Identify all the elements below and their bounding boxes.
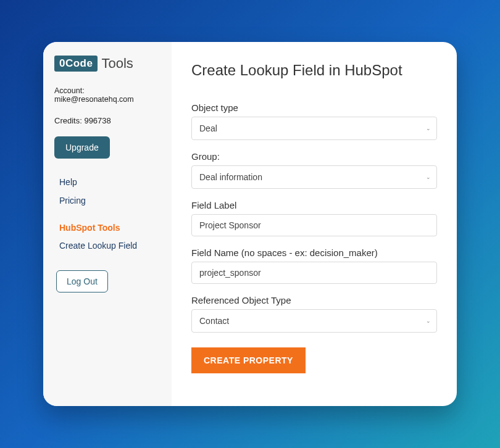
field-referenced-type: Referenced Object Type Contact ⌄ bbox=[191, 295, 437, 333]
nav-tools: HubSpot Tools Create Lookup Field bbox=[54, 223, 162, 251]
select-object-type[interactable]: Deal bbox=[191, 117, 437, 140]
logo-text: Tools bbox=[101, 56, 133, 72]
input-field-label[interactable] bbox=[191, 214, 437, 236]
field-name: Field Name (no spaces - ex: decision_mak… bbox=[191, 247, 437, 284]
label-referenced-type: Referenced Object Type bbox=[191, 295, 437, 305]
field-object-type: Object type Deal ⌄ bbox=[191, 102, 437, 140]
logo: 0Code Tools bbox=[54, 56, 162, 72]
input-field-name[interactable] bbox=[191, 262, 437, 284]
main-panel: Create Lookup Field in HubSpot Object ty… bbox=[172, 42, 457, 406]
nav-pricing[interactable]: Pricing bbox=[54, 196, 162, 205]
page-title: Create Lookup Field in HubSpot bbox=[191, 62, 437, 79]
create-property-button[interactable]: CREATE PROPERTY bbox=[191, 347, 306, 373]
logo-badge: 0Code bbox=[54, 56, 98, 72]
select-group[interactable]: Deal information bbox=[191, 165, 437, 189]
logout-button[interactable]: Log Out bbox=[56, 270, 108, 292]
nav-tools-heading: HubSpot Tools bbox=[54, 223, 162, 233]
label-group: Group: bbox=[191, 151, 437, 162]
select-referenced-type[interactable]: Contact bbox=[191, 309, 437, 333]
label-object-type: Object type bbox=[191, 102, 437, 113]
field-label: Field Label bbox=[191, 200, 437, 236]
credits-label: Credits: 996738 bbox=[54, 116, 162, 125]
sidebar: 0Code Tools Account: mike@resonatehq.com… bbox=[43, 42, 172, 406]
nav-help[interactable]: Help bbox=[54, 177, 162, 187]
label-field-label: Field Label bbox=[191, 200, 437, 210]
app-card: 0Code Tools Account: mike@resonatehq.com… bbox=[43, 42, 457, 406]
nav-create-lookup-field[interactable]: Create Lookup Field bbox=[54, 241, 162, 251]
label-field-name: Field Name (no spaces - ex: decision_mak… bbox=[191, 247, 437, 258]
field-group: Group: Deal information ⌄ bbox=[191, 151, 437, 189]
nav-primary: Help Pricing bbox=[54, 177, 162, 205]
upgrade-button[interactable]: Upgrade bbox=[54, 136, 110, 159]
account-label: Account: mike@resonatehq.com bbox=[54, 86, 162, 104]
